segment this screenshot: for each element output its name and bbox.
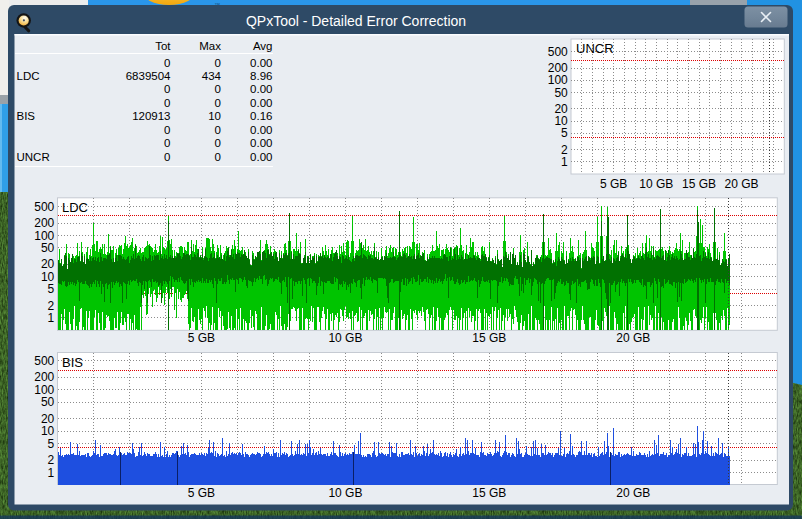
- svg-text:200: 200: [34, 216, 54, 230]
- svg-text:20: 20: [41, 412, 55, 426]
- svg-text:0: 0: [215, 83, 221, 95]
- svg-text:LDC: LDC: [17, 70, 40, 82]
- svg-text:1: 1: [48, 466, 55, 480]
- svg-text:10: 10: [41, 270, 55, 284]
- svg-text:5 GB: 5 GB: [188, 486, 215, 500]
- svg-text:0: 0: [164, 124, 170, 136]
- svg-text:15 GB: 15 GB: [472, 331, 506, 345]
- svg-text:120913: 120913: [132, 110, 170, 122]
- svg-text:434: 434: [202, 70, 222, 82]
- svg-text:20 GB: 20 GB: [616, 486, 650, 500]
- svg-text:2: 2: [561, 143, 568, 157]
- svg-text:5 GB: 5 GB: [188, 331, 215, 345]
- svg-text:500: 500: [34, 354, 54, 368]
- svg-text:10 GB: 10 GB: [328, 331, 362, 345]
- svg-text:5: 5: [561, 126, 568, 140]
- svg-text:200: 200: [548, 61, 568, 75]
- svg-text:0: 0: [164, 137, 170, 149]
- svg-text:0: 0: [164, 57, 170, 69]
- svg-text:UNCR: UNCR: [17, 151, 50, 163]
- svg-text:20 GB: 20 GB: [725, 177, 759, 191]
- svg-text:0: 0: [164, 97, 170, 109]
- svg-text:20 GB: 20 GB: [616, 331, 650, 345]
- svg-text:50: 50: [554, 86, 568, 100]
- svg-text:500: 500: [34, 200, 54, 214]
- svg-text:0.00: 0.00: [250, 57, 272, 69]
- svg-text:10: 10: [208, 110, 221, 122]
- svg-text:0.00: 0.00: [250, 83, 272, 95]
- svg-text:0: 0: [215, 137, 221, 149]
- svg-text:6839504: 6839504: [126, 70, 171, 82]
- svg-text:0.16: 0.16: [250, 110, 272, 122]
- svg-text:0.00: 0.00: [250, 97, 272, 109]
- svg-text:0: 0: [215, 151, 221, 163]
- svg-text:0: 0: [215, 57, 221, 69]
- svg-text:8.96: 8.96: [250, 70, 272, 82]
- svg-text:1: 1: [48, 311, 55, 325]
- svg-text:BIS: BIS: [17, 110, 36, 122]
- svg-text:10 GB: 10 GB: [328, 486, 362, 500]
- svg-text:Tot: Tot: [155, 40, 171, 52]
- svg-text:LDC: LDC: [62, 200, 88, 215]
- svg-text:BIS: BIS: [62, 355, 83, 370]
- svg-text:100: 100: [34, 383, 54, 397]
- svg-text:0: 0: [164, 83, 170, 95]
- svg-text:0.00: 0.00: [250, 151, 272, 163]
- svg-text:500: 500: [548, 45, 568, 59]
- svg-text:2: 2: [48, 299, 55, 313]
- svg-text:Avg: Avg: [253, 40, 273, 52]
- svg-text:50: 50: [41, 241, 55, 255]
- svg-text:Max: Max: [199, 40, 221, 52]
- svg-text:5: 5: [48, 437, 55, 451]
- svg-text:200: 200: [34, 370, 54, 384]
- svg-text:100: 100: [548, 73, 568, 87]
- svg-text:5 GB: 5 GB: [600, 177, 627, 191]
- svg-text:10: 10: [41, 424, 55, 438]
- svg-text:0: 0: [164, 151, 170, 163]
- svg-text:0.00: 0.00: [250, 137, 272, 149]
- svg-text:UNCR: UNCR: [576, 41, 614, 56]
- svg-text:1: 1: [561, 155, 568, 169]
- svg-text:20: 20: [41, 257, 55, 271]
- svg-text:QPxTool - Detailed Error Corre: QPxTool - Detailed Error Correction: [246, 13, 466, 29]
- svg-text:5: 5: [48, 282, 55, 296]
- svg-text:15 GB: 15 GB: [472, 486, 506, 500]
- svg-text:10 GB: 10 GB: [639, 177, 673, 191]
- svg-text:15 GB: 15 GB: [682, 177, 716, 191]
- svg-text:10: 10: [554, 114, 568, 128]
- svg-text:20: 20: [554, 102, 568, 116]
- svg-text:0.00: 0.00: [250, 124, 272, 136]
- svg-text:2: 2: [48, 453, 55, 467]
- svg-text:100: 100: [34, 229, 54, 243]
- svg-text:50: 50: [41, 395, 55, 409]
- svg-text:0: 0: [215, 97, 221, 109]
- svg-text:0: 0: [215, 124, 221, 136]
